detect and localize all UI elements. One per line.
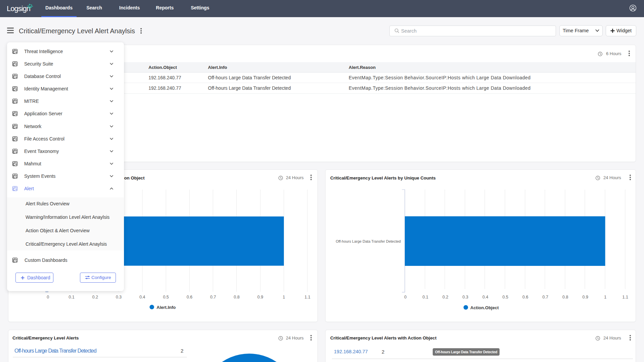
svg-text:Off-hours Large Data Transfer: Off-hours Large Data Transfer Detected [336, 239, 401, 243]
svg-text:Action.Object: Action.Object [470, 305, 499, 310]
svg-text:Alert.Info: Alert.Info [157, 305, 176, 310]
